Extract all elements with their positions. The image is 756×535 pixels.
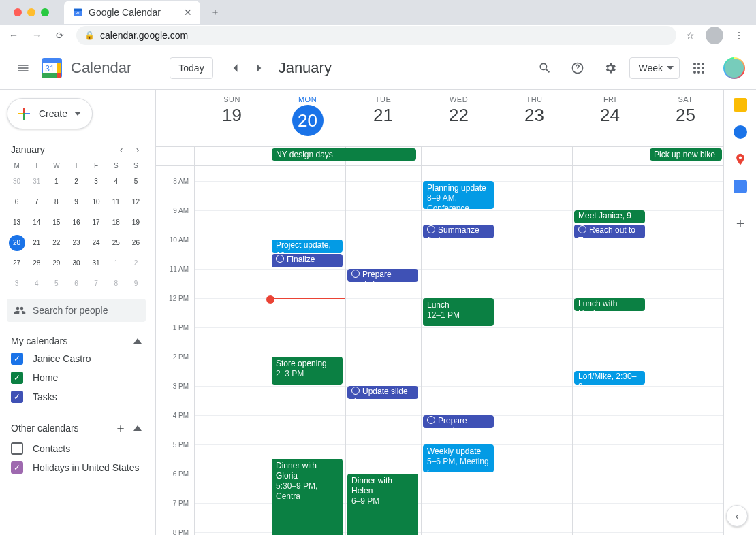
day-header[interactable]: MON20 [270,90,345,146]
maps-icon[interactable] [734,152,747,166]
show-side-panel-button[interactable]: ‹ [726,505,748,527]
mini-day[interactable]: 5 [48,276,65,292]
keep-icon[interactable] [734,98,747,112]
mini-day[interactable]: 7 [29,194,45,210]
mini-day[interactable]: 31 [88,255,104,272]
day-column[interactable] [648,166,723,535]
today-button[interactable]: Today [170,57,212,79]
back-icon[interactable]: ← [7,30,20,41]
event[interactable]: Store opening2–3 PM [272,357,343,385]
calendar-checkbox[interactable] [11,353,23,365]
mini-day[interactable]: 11 [108,194,124,210]
mini-day[interactable]: 6 [68,276,84,292]
day-header[interactable]: TUE21 [345,90,421,146]
meet-icon[interactable] [734,180,747,193]
mini-day[interactable]: 22 [48,235,65,251]
mini-day[interactable]: 3 [88,174,104,190]
mini-day[interactable]: 20 [9,235,25,251]
mini-day[interactable]: 30 [9,174,25,190]
forward-icon[interactable]: → [30,30,44,41]
add-calendar-icon[interactable]: ＋ [114,420,127,436]
mini-day[interactable]: 24 [88,235,104,251]
day-header[interactable]: FRI24 [572,90,648,146]
new-tab-button[interactable]: ＋ [206,3,225,22]
mini-day[interactable]: 1 [108,255,124,272]
day-header[interactable]: SUN19 [194,90,270,146]
bookmark-icon[interactable]: ☆ [686,30,695,41]
mini-day[interactable]: 14 [29,214,45,231]
event[interactable]: Meet Janice, 9–9: [574,210,645,224]
calendar-item[interactable]: Holidays in United States [7,458,146,477]
close-tab-icon[interactable]: ✕ [184,7,192,18]
create-button[interactable]: Create [7,98,93,129]
settings-icon[interactable] [597,54,624,82]
mini-day[interactable]: 25 [108,235,124,251]
add-addon-icon[interactable]: ＋ [734,214,747,232]
calendar-checkbox[interactable] [11,372,23,384]
allday-cell[interactable] [421,147,497,165]
event[interactable]: Finalize present [272,254,343,268]
mini-day[interactable]: 2 [68,174,84,190]
event[interactable]: Lunch with Noah, [574,298,645,312]
event[interactable]: Lunch12–1 PM [423,298,494,326]
event[interactable]: Lori/Mike, 2:30–3 [574,371,645,385]
allday-cell[interactable] [194,147,270,165]
day-header[interactable]: SAT25 [648,90,723,146]
mini-day[interactable]: 18 [108,214,124,231]
event[interactable]: Dinner with Gloria5:30–9 PM, Centra [272,459,343,535]
reload-icon[interactable]: ⟳ [53,30,67,41]
day-column[interactable] [497,166,572,535]
calendar-item[interactable]: Janice Castro [7,349,146,368]
day-column[interactable]: Meet Janice, 9–9:Reach out to ToLunch wi… [572,166,648,535]
day-header[interactable]: WED22 [421,90,497,146]
event[interactable]: Weekly update5–6 PM, Meeting r [423,444,494,472]
prev-period-button[interactable] [224,57,246,79]
search-icon[interactable] [531,54,558,82]
calendar-item[interactable]: Contacts [7,439,146,458]
event[interactable]: Planning update8–9 AM, Conference [423,181,494,209]
mini-day[interactable]: 9 [127,276,144,292]
allday-cell[interactable]: Pick up new bike [648,147,723,165]
profile-icon[interactable] [706,27,723,44]
allday-cell[interactable] [497,147,572,165]
mini-day[interactable]: 29 [48,255,65,272]
allday-cell[interactable]: NY design days [270,147,345,165]
time-grid[interactable]: 8 AM9 AM10 AM11 AM12 PM1 PM2 PM3 PM4 PM5… [156,166,723,535]
help-icon[interactable] [564,54,591,82]
mini-day[interactable]: 5 [127,174,144,190]
event[interactable]: Prepare worksh [347,269,418,282]
allday-event[interactable]: NY design days [272,148,416,161]
mini-day[interactable]: 4 [29,276,45,292]
event[interactable]: Update slide de [347,386,418,400]
mini-day[interactable]: 10 [88,194,104,210]
mini-day[interactable]: 16 [68,214,84,231]
mini-day[interactable]: 27 [9,255,25,272]
allday-cell[interactable] [572,147,648,165]
mini-day[interactable]: 6 [9,194,25,210]
mini-day[interactable]: 8 [48,194,65,210]
mini-day[interactable]: 13 [9,214,25,231]
mini-day[interactable]: 4 [108,174,124,190]
calendar-checkbox[interactable] [11,391,23,403]
search-people-input[interactable]: Search for people [7,299,146,322]
day-column[interactable] [194,166,270,535]
mini-day[interactable]: 26 [127,235,144,251]
calendar-item[interactable]: Home [7,368,146,387]
mini-day[interactable]: 7 [88,276,104,292]
url-input[interactable]: 🔒 calendar.google.com [76,26,676,45]
close-window-button[interactable] [14,8,22,16]
my-calendars-header[interactable]: My calendars [7,333,146,349]
other-calendars-header[interactable]: Other calendars ＋ [7,417,146,439]
day-column[interactable]: Project update, 10Finalize presentStore … [270,166,345,535]
mini-day[interactable]: 21 [29,235,45,251]
next-period-button[interactable] [249,57,270,79]
calendar-checkbox[interactable] [11,461,23,474]
menu-icon[interactable] [11,56,35,80]
view-switcher[interactable]: Week [629,57,680,79]
mini-day[interactable]: 12 [127,194,144,210]
event[interactable]: Project update, 10 [272,240,343,253]
mini-day[interactable]: 23 [68,235,84,251]
tasks-icon[interactable] [734,125,747,139]
apps-icon[interactable] [685,54,712,82]
mini-day[interactable]: 15 [48,214,65,231]
